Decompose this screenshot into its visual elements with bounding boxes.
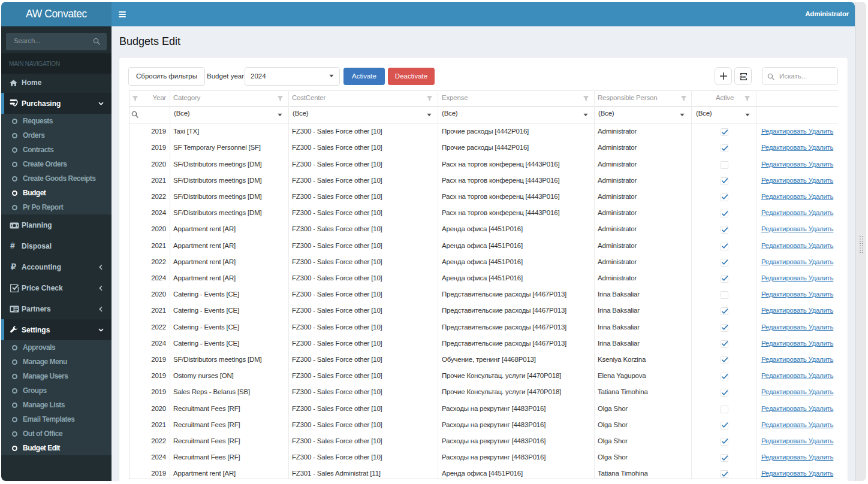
svg-text:xlsx: xlsx (740, 75, 746, 78)
